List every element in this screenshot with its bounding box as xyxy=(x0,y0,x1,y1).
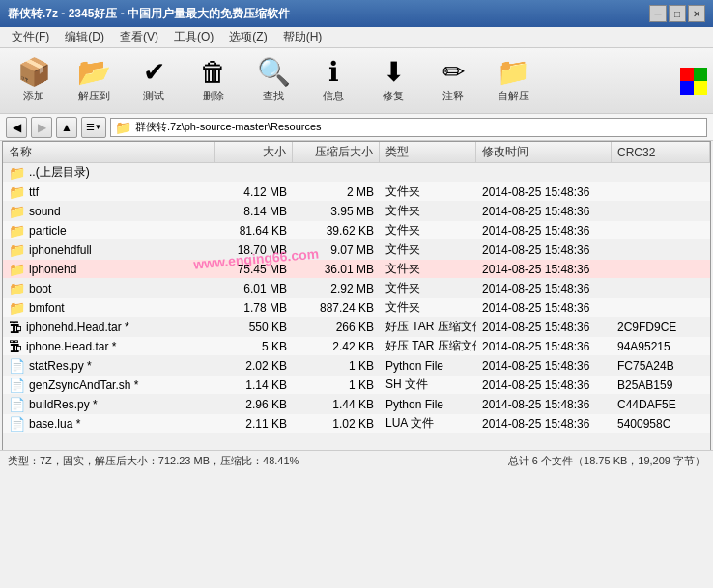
cell-size: 2.96 KB xyxy=(215,395,293,413)
table-row[interactable]: 📄 base.lua * 2.11 KB 1.02 KB LUA 文件 2014… xyxy=(3,414,710,434)
toolbar-label-测试: 测试 xyxy=(143,89,164,103)
cell-name: 📄 statRes.py * xyxy=(3,356,215,375)
cell-modified: 2014-08-25 15:48:36 xyxy=(476,356,612,375)
toolbar-icon-查找: 🔍 xyxy=(257,59,291,86)
cell-crc: 94A95215 xyxy=(612,337,710,355)
menu-item-h[interactable]: 帮助(H) xyxy=(275,27,330,47)
toolbar-btn-信息[interactable]: ℹ信息 xyxy=(305,53,361,109)
maximize-button[interactable]: □ xyxy=(669,5,686,22)
view-button[interactable]: ☰▼ xyxy=(81,117,106,138)
col-modified-header[interactable]: 修改时间 xyxy=(476,142,612,162)
toolbar-icon-自解压: 📁 xyxy=(497,59,530,86)
forward-button[interactable]: ▶ xyxy=(31,117,52,138)
cell-type: Python File xyxy=(380,356,476,375)
cell-size: 2.11 KB xyxy=(215,414,293,433)
table-row[interactable]: 📁 boot 6.01 MB 2.92 MB 文件夹 2014-08-25 15… xyxy=(3,279,710,298)
cell-name: 📁 sound xyxy=(3,202,215,220)
col-crc-header[interactable]: CRC32 xyxy=(612,142,710,162)
col-compressed-header[interactable]: 压缩后大小 xyxy=(293,142,380,162)
cell-type: 文件夹 xyxy=(380,240,476,259)
toolbar-btn-添加[interactable]: 📦添加 xyxy=(6,53,62,109)
col-name-header[interactable]: 名称 xyxy=(3,142,215,162)
table-row[interactable]: 📁 particle 81.64 KB 39.62 KB 文件夹 2014-08… xyxy=(3,221,710,240)
cell-compressed: 39.62 KB xyxy=(293,221,380,239)
menu-item-z[interactable]: 选项(Z) xyxy=(221,27,274,47)
table-row[interactable]: 📁 iphonehdfull 18.70 MB 9.07 MB 文件夹 2014… xyxy=(3,240,710,260)
col-type-header[interactable]: 类型 xyxy=(380,142,476,162)
toolbar-label-解压到: 解压到 xyxy=(78,89,110,103)
cell-name: 🗜 iphone.Head.tar * xyxy=(3,337,215,355)
cell-compressed: 266 KB xyxy=(293,318,380,336)
cell-name: 📁 particle xyxy=(3,221,215,239)
cell-compressed: 9.07 MB xyxy=(293,240,380,259)
back-button[interactable]: ◀ xyxy=(6,117,27,138)
toolbar-btn-修复[interactable]: ⬇修复 xyxy=(365,53,421,109)
minimize-button[interactable]: ─ xyxy=(649,5,667,22)
table-row[interactable]: 🗜 iphone.Head.tar * 5 KB 2.42 KB 好压 TAR … xyxy=(3,337,710,356)
status-left: 类型：7Z，固实，解压后大小：712.23 MB，压缩比：48.41% xyxy=(8,454,299,468)
table-row[interactable]: 📁 bmfont 1.78 MB 887.24 KB 文件夹 2014-08-2… xyxy=(3,298,710,318)
cell-modified: 2014-08-25 15:48:36 xyxy=(476,260,612,278)
cell-modified: 2014-08-25 15:48:36 xyxy=(476,202,612,220)
cell-crc: C44DAF5E xyxy=(612,395,710,413)
cell-compressed: 2.42 KB xyxy=(293,337,380,355)
up-button[interactable]: ▲ xyxy=(56,117,77,138)
menu-item-f[interactable]: 文件(F) xyxy=(4,27,57,47)
cell-crc xyxy=(612,240,710,259)
horizontal-scrollbar[interactable] xyxy=(3,434,710,449)
cell-type: Python File xyxy=(380,395,476,413)
toolbar-btn-删除[interactable]: 🗑删除 xyxy=(185,53,242,109)
toolbar-btn-解压到[interactable]: 📂解压到 xyxy=(66,53,122,109)
toolbar: 📦添加📂解压到✔测试🗑删除🔍查找ℹ信息⬇修复✏注释📁自解压 xyxy=(0,48,713,114)
table-row[interactable]: 📄 statRes.py * 2.02 KB 1 KB Python File … xyxy=(3,356,710,376)
file-name: base.lua * xyxy=(29,417,80,431)
table-row[interactable]: 🗜 iphonehd.Head.tar * 550 KB 266 KB 好压 T… xyxy=(3,318,710,337)
toolbar-icon-添加: 📦 xyxy=(17,59,51,86)
cell-size: 1.14 KB xyxy=(215,376,293,394)
file-name: iphonehdfull xyxy=(29,243,92,257)
address-field[interactable]: 📁 群侠转.7z\ph-source-master\Resources xyxy=(110,118,707,137)
cell-name: 📁 iphonehd xyxy=(3,260,215,278)
table-row[interactable]: 📄 buildRes.py * 2.96 KB 1.44 KB Python F… xyxy=(3,395,710,414)
cell-crc xyxy=(612,260,710,278)
file-icon: 📁 xyxy=(9,223,25,238)
cell-type: 文件夹 xyxy=(380,260,476,278)
table-row[interactable]: 📁 ttf 4.12 MB 2 MB 文件夹 2014-08-25 15:48:… xyxy=(3,182,710,202)
toolbar-label-查找: 查找 xyxy=(263,89,284,103)
file-name: genZsyncAndTar.sh * xyxy=(29,378,138,392)
cell-size xyxy=(215,163,293,182)
status-bar: 类型：7Z，固实，解压后大小：712.23 MB，压缩比：48.41% 总计 6… xyxy=(0,450,713,471)
menu-item-v[interactable]: 查看(V) xyxy=(112,27,166,47)
file-name: particle xyxy=(29,224,67,238)
cell-modified: 2014-08-25 15:48:36 xyxy=(476,414,612,433)
toolbar-btn-测试[interactable]: ✔测试 xyxy=(126,53,182,109)
close-button[interactable]: ✕ xyxy=(688,5,705,22)
title-text: 群侠转.7z - 2345好压 - 中国用户量最大的免费压缩软件 xyxy=(8,6,290,22)
toolbar-icon-解压到: 📂 xyxy=(77,59,111,86)
cell-name: 📁 ..(上层目录) xyxy=(3,163,215,182)
address-bar: ◀ ▶ ▲ ☰▼ 📁 群侠转.7z\ph-source-master\Resou… xyxy=(0,114,713,141)
table-row[interactable]: 📁 ..(上层目录) xyxy=(3,163,710,182)
file-area: 名称 大小 压缩后大小 类型 修改时间 CRC32 📁 ..(上层目录) 📁 t… xyxy=(2,141,711,450)
menu-item-d[interactable]: 编辑(D) xyxy=(57,27,112,47)
cell-compressed: 887.24 KB xyxy=(293,298,380,317)
cell-type: 文件夹 xyxy=(380,279,476,297)
toolbar-btn-注释[interactable]: ✏注释 xyxy=(425,53,481,109)
toolbar-label-注释: 注释 xyxy=(442,89,464,103)
menu-item-o[interactable]: 工具(O) xyxy=(166,27,221,47)
cell-modified: 2014-08-25 15:48:36 xyxy=(476,240,612,259)
cell-name: 📄 buildRes.py * xyxy=(3,395,215,413)
toolbar-btn-自解压[interactable]: 📁自解压 xyxy=(485,53,541,109)
table-row[interactable]: 📁 sound 8.14 MB 3.95 MB 文件夹 2014-08-25 1… xyxy=(3,202,710,221)
table-row[interactable]: 📁 iphonehd 75.45 MB 36.01 MB 文件夹 2014-08… xyxy=(3,260,710,279)
path-text: 群侠转.7z\ph-source-master\Resources xyxy=(135,120,322,134)
col-size-header[interactable]: 大小 xyxy=(215,142,293,162)
table-row[interactable]: 📄 genZsyncAndTar.sh * 1.14 KB 1 KB SH 文件… xyxy=(3,376,710,395)
file-name: bmfont xyxy=(29,301,65,315)
cell-compressed: 3.95 MB xyxy=(293,202,380,220)
cell-compressed: 2 MB xyxy=(293,182,380,201)
toolbar-label-信息: 信息 xyxy=(323,89,344,103)
toolbar-icon-删除: 🗑 xyxy=(200,59,227,86)
toolbar-btn-查找[interactable]: 🔍查找 xyxy=(245,53,301,109)
color-grid xyxy=(680,68,707,95)
